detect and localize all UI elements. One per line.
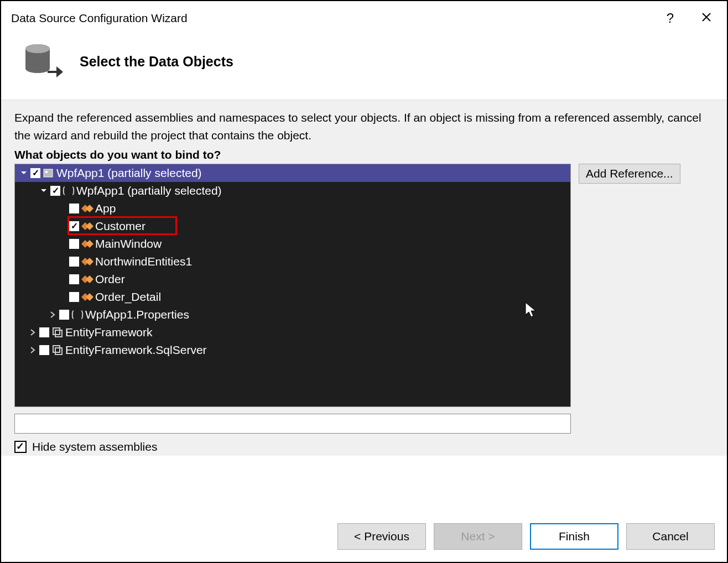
expander-icon[interactable] [48,310,57,319]
help-icon[interactable]: ? [667,11,674,26]
tree-label: NorthwindEntities1 [95,255,192,268]
tree-label: WpfApp1.Properties [85,308,189,321]
checkbox[interactable] [14,441,27,453]
wizard-footer: < Previous Next > Finish Cancel [324,523,728,550]
tree-node-ef[interactable]: EntityFramework [15,324,570,341]
assembly-icon [51,326,64,338]
page-title: Select the Data Objects [80,54,233,70]
selected-object-display [14,414,571,434]
checkbox[interactable] [69,257,79,267]
expander-icon[interactable] [28,328,37,337]
checkbox[interactable] [59,310,69,320]
tree-label: EntityFramework [65,326,153,339]
checkbox[interactable] [30,168,40,178]
svg-rect-17 [86,293,93,301]
wizard-header: Select the Data Objects [1,31,727,100]
checkbox[interactable] [69,239,79,249]
svg-rect-7 [86,205,93,212]
tree-label: Order_Detail [95,290,161,304]
hide-assemblies-option[interactable]: Hide system assemblies [14,440,714,453]
tree-label: Customer [95,220,145,233]
tree-node-orderdetail[interactable]: Order_Detail [15,288,570,306]
checkbox[interactable] [50,186,60,196]
svg-rect-4 [44,169,53,177]
content-area: Expand the referenced assemblies and nam… [1,100,727,456]
svg-point-2 [25,64,50,73]
svg-rect-11 [86,240,93,248]
class-icon [81,273,93,285]
namespace-icon [63,185,75,197]
tree-node-efsql[interactable]: EntityFramework.SqlServer [15,341,570,359]
tree-label: Order [95,273,125,286]
tree-node-northwind[interactable]: NorthwindEntities1 [15,253,570,270]
tree-label: MainWindow [95,237,162,251]
assembly-icon [51,344,64,356]
checkbox[interactable] [39,345,49,355]
tree-node-mainwindow[interactable]: MainWindow [15,235,570,253]
svg-rect-13 [86,258,93,265]
hide-assemblies-label: Hide system assemblies [32,440,157,453]
tree-label: WpfApp1 (partially selected) [76,184,222,197]
svg-rect-21 [55,348,62,355]
project-icon [43,167,55,179]
checkbox[interactable] [39,327,49,337]
checkbox[interactable] [69,274,79,284]
class-icon [81,220,93,232]
titlebar: Data Source Configuration Wizard ? [1,1,727,31]
class-icon [81,256,93,268]
svg-rect-18 [53,328,60,335]
window-title: Data Source Configuration Wizard [11,12,188,25]
previous-button[interactable]: < Previous [337,523,426,550]
add-reference-button[interactable]: Add Reference... [579,164,680,184]
tree-label: EntityFramework.SqlServer [65,343,207,357]
expander-icon[interactable] [19,169,28,178]
tree-node-order[interactable]: Order [15,270,570,288]
next-button: Next > [434,523,522,550]
svg-rect-9 [86,222,93,230]
svg-rect-15 [86,275,93,283]
tree-node-properties[interactable]: WpfApp1.Properties [15,306,570,324]
tree-label: WpfApp1 (partially selected) [56,166,202,180]
class-icon [81,238,93,250]
database-icon [20,42,64,81]
description-text: Expand the referenced assemblies and nam… [14,109,714,144]
svg-rect-19 [55,330,62,337]
checkbox[interactable] [69,221,79,231]
expander-icon[interactable] [39,186,48,195]
question-label: What objects do you want to bind to? [14,148,714,161]
checkbox[interactable] [69,204,79,213]
svg-rect-20 [53,346,60,352]
checkbox[interactable] [69,292,79,302]
class-icon [81,291,93,303]
tree-node-project[interactable]: WpfApp1 (partially selected) [15,164,570,182]
tree-node-app[interactable]: App [15,200,570,217]
cancel-button[interactable]: Cancel [626,523,715,550]
tree-node-customer[interactable]: Customer [15,217,570,235]
svg-point-3 [25,44,50,53]
finish-button[interactable]: Finish [530,523,618,550]
tree-node-namespace[interactable]: WpfApp1 (partially selected) [15,182,570,200]
expander-icon[interactable] [28,346,37,355]
class-icon [81,202,93,215]
tree-label: App [95,202,116,215]
object-tree[interactable]: WpfApp1 (partially selected) WpfApp1 (pa… [14,164,571,407]
titlebar-buttons: ? [667,11,717,26]
close-icon[interactable] [701,12,711,25]
namespace-icon [71,309,84,321]
svg-rect-5 [45,171,48,173]
